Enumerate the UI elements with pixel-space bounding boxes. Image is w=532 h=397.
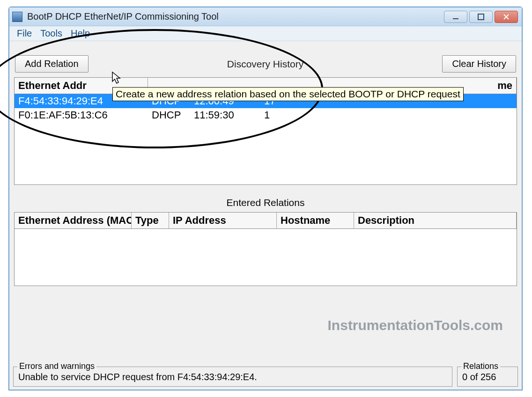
relations-columns: Ethernet Address (MAC) Type IP Address H… — [15, 213, 517, 229]
menu-help[interactable]: Help — [71, 28, 90, 39]
errors-group: Errors and warnings Unable to service DH… — [13, 367, 452, 387]
discovery-history-label: Discovery History — [227, 59, 303, 69]
close-icon — [502, 13, 510, 21]
cell-count: 1 — [260, 109, 288, 121]
discovery-row[interactable]: F0:1E:AF:5B:13:C6 DHCP 11:59:30 1 — [15, 108, 517, 122]
errors-text: Unable to service DHCP request from F4:5… — [18, 370, 447, 382]
minimize-icon — [452, 13, 459, 21]
col-description[interactable]: Description — [354, 213, 517, 228]
errors-legend: Errors and warnings — [17, 361, 96, 371]
col-hostname[interactable]: Hostname — [277, 213, 354, 228]
clear-history-button[interactable]: Clear History — [442, 55, 516, 73]
watermark-text: InstrumentationTools.com — [328, 317, 503, 333]
cell-rest — [288, 109, 517, 121]
menubar: File Tools Help — [9, 26, 522, 41]
titlebar: BootP DHCP EtherNet/IP Commissioning Too… — [9, 7, 522, 26]
relations-legend: Relations — [461, 361, 500, 371]
minimize-button[interactable] — [444, 11, 467, 23]
maximize-button[interactable] — [469, 11, 493, 23]
status-bar: Errors and warnings Unable to service DH… — [13, 367, 518, 387]
add-relation-button[interactable]: Add Relation — [15, 55, 89, 73]
client-area: Add Relation Discovery History Clear His… — [9, 41, 522, 390]
entered-relations-list[interactable]: Ethernet Address (MAC) Type IP Address H… — [14, 212, 517, 286]
col-mac[interactable]: Ethernet Address (MAC) — [15, 213, 132, 228]
cell-type: DHCP — [148, 109, 190, 121]
relations-count: 0 of 256 — [462, 370, 513, 382]
app-icon — [12, 12, 22, 22]
window-controls — [444, 11, 518, 23]
svg-rect-1 — [478, 14, 484, 20]
cell-time: 11:59:30 — [190, 109, 260, 121]
col-ip[interactable]: IP Address — [169, 213, 277, 228]
maximize-icon — [477, 13, 485, 21]
menu-tools[interactable]: Tools — [40, 28, 62, 39]
add-relation-tooltip: Create a new address relation based on t… — [112, 87, 464, 101]
menu-file[interactable]: File — [17, 28, 32, 39]
window-title: BootP DHCP EtherNet/IP Commissioning Too… — [27, 11, 444, 22]
svg-rect-0 — [453, 18, 458, 19]
discovery-toolbar: Add Relation Discovery History Clear His… — [13, 55, 518, 77]
application-window: BootP DHCP EtherNet/IP Commissioning Too… — [8, 7, 523, 390]
close-button[interactable] — [495, 11, 518, 23]
col-type[interactable]: Type — [132, 213, 169, 228]
cell-mac: F0:1E:AF:5B:13:C6 — [15, 109, 148, 121]
entered-relations-label: Entered Relations — [13, 197, 518, 208]
relations-group: Relations 0 of 256 — [457, 367, 518, 387]
